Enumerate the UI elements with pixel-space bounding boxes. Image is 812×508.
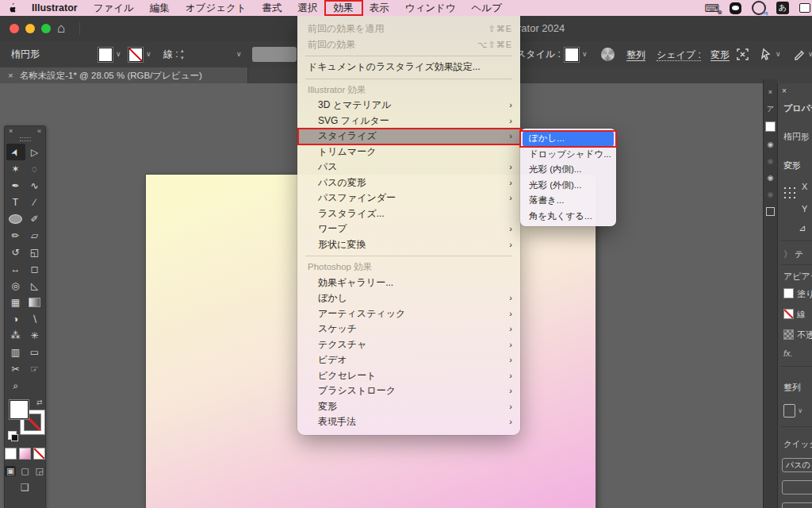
menu-item-3D とマテリアル[interactable]: 3D とマテリアル› — [297, 98, 520, 114]
symbols-tool[interactable]: ✳ — [25, 327, 44, 344]
default-fill-stroke-icon[interactable] — [8, 431, 17, 440]
menu-bar-item-書式[interactable]: 書式 — [255, 0, 290, 16]
menu-item-ビデオ[interactable]: ビデオ› — [297, 352, 520, 368]
type-tool[interactable]: T — [6, 194, 25, 210]
fill-row[interactable]: 塗り — [783, 288, 812, 300]
selection-tool[interactable]: ➤ — [6, 144, 25, 160]
magic-wand-tool[interactable]: ✶ — [6, 160, 25, 177]
eye-visible-icon[interactable]: ◉ — [768, 140, 774, 148]
menu-bar-item-表示[interactable]: 表示 — [362, 0, 397, 16]
eye-visible-icon[interactable]: ◉ — [768, 174, 774, 182]
direct-selection-tool[interactable]: ▷ — [25, 144, 44, 160]
menu-bar-item-選択[interactable]: 選択 — [290, 0, 326, 16]
menu-item-パスファインダー[interactable]: パスファインダー› — [297, 190, 520, 206]
none-button[interactable] — [33, 448, 45, 460]
fill-swatch[interactable] — [765, 121, 776, 132]
menu-item-表現手法[interactable]: 表現手法› — [297, 414, 520, 430]
line-segment-tool[interactable]: ∕ — [25, 194, 44, 210]
home-icon[interactable]: ⌂ — [57, 21, 65, 37]
menu-item-SVG フィルター[interactable]: SVG フィルター› — [297, 114, 520, 129]
status-keyboard-icon[interactable]: ⌨⊗ — [704, 2, 719, 14]
quick-action-button[interactable] — [782, 480, 812, 495]
menu-item-パスの変形[interactable]: パスの変形› — [297, 175, 520, 191]
panel-grip[interactable] — [20, 137, 31, 141]
fx-button[interactable]: fx. — [783, 348, 793, 358]
close-panel-icon[interactable]: × — [768, 88, 772, 96]
artboard-tool[interactable]: ▭ — [25, 344, 44, 360]
eyedropper-tool[interactable]: ∖ — [25, 310, 44, 327]
menu-item-ワープ[interactable]: ワープ› — [297, 221, 520, 237]
menu-item-テクスチャ[interactable]: テクスチャ› — [297, 337, 520, 353]
fill-color-swatch[interactable] — [98, 48, 113, 62]
menu-item-ピクセレート[interactable]: ピクセレート› — [297, 368, 520, 384]
menu-bar-item-ファイル[interactable]: ファイル — [86, 0, 142, 16]
menu-item-ブラシストローク[interactable]: ブラシストローク› — [297, 383, 520, 399]
symbol-sprayer-tool[interactable]: ⁂ — [6, 327, 25, 344]
submenu-item-角を丸くする...[interactable]: 角を丸くする... — [523, 209, 614, 225]
free-transform-tool[interactable]: ◻ — [25, 260, 44, 277]
opacity-row[interactable]: 不透明度 — [783, 329, 812, 341]
shape-link[interactable]: シェイプ : — [657, 49, 701, 61]
japanese-input-icon[interactable]: あ — [776, 2, 789, 14]
slice-tool[interactable]: ✂ — [6, 360, 25, 377]
menu-item-アーティスティック[interactable]: アーティスティック› — [297, 306, 520, 322]
document-tab[interactable]: ×名称未設定-1* @ 28.05 % (RGB/プレビュー) — [0, 67, 248, 83]
recolor-artwork-icon[interactable] — [601, 48, 615, 61]
minimize-window-button[interactable] — [25, 24, 35, 33]
blend-tool[interactable]: ◑ — [6, 310, 25, 327]
transform-link[interactable]: 変形 — [710, 49, 730, 61]
submenu-item-光彩 (内側)...[interactable]: 光彩 (内側)... — [523, 162, 614, 178]
apple-icon[interactable] — [0, 2, 24, 13]
shape-builder-tool[interactable]: ◎ — [6, 277, 25, 294]
stroke-row[interactable]: 線 — [783, 309, 806, 321]
select-similar-icon[interactable] — [760, 48, 773, 61]
paintbrush-tool[interactable]: ✐ — [25, 210, 44, 227]
chevron-down-icon[interactable]: ∨ — [776, 50, 781, 58]
swap-fill-stroke-icon[interactable]: ⇄ — [36, 398, 43, 406]
chevron-down-icon[interactable]: ∨ — [236, 50, 242, 58]
text-section-chevron[interactable]: 〉 テ — [783, 248, 803, 260]
menu-item-ぼかし[interactable]: ぼかし› — [297, 291, 520, 306]
stroke-options-field[interactable] — [252, 47, 297, 62]
menu-item-前回の効果を適用[interactable]: 前回の効果を適用⇧⌘E — [297, 21, 520, 37]
menu-bar-item-オブジェクト[interactable]: オブジェクト — [178, 0, 255, 16]
draw-normal-mode-icon[interactable]: ▣ — [5, 466, 16, 476]
close-panel-icon[interactable]: × — [782, 87, 787, 95]
scale-icon[interactable] — [736, 48, 749, 61]
menu-item-変形[interactable]: 変形› — [297, 399, 520, 415]
width-tool[interactable]: ↔ — [6, 260, 25, 277]
gradient-button[interactable] — [19, 448, 31, 460]
pencil-tool[interactable]: ✏ — [6, 227, 25, 244]
zoom-tool[interactable]: ⌕ — [6, 377, 25, 394]
menu-item-形状に変換[interactable]: 形状に変換› — [297, 237, 520, 253]
chevron-down-icon[interactable]: ∨ — [116, 50, 121, 58]
chevron-down-icon[interactable]: ∨ — [146, 50, 151, 58]
close-panel-icon[interactable]: × — [9, 126, 13, 137]
panel-tab-label[interactable]: ア — [767, 105, 774, 113]
collapse-panel-icon[interactable]: « — [37, 126, 41, 137]
rotate-tool[interactable]: ↺ — [6, 244, 25, 260]
submenu-item-ドロップシャドウ...[interactable]: ドロップシャドウ... — [523, 147, 614, 163]
close-window-button[interactable] — [10, 24, 19, 33]
menu-item-パス[interactable]: パス› — [297, 160, 520, 175]
line-app-icon[interactable] — [730, 2, 741, 14]
column-graph-tool[interactable]: ▥ — [6, 344, 25, 360]
menu-item-ドキュメントのラスタライズ効果設定...[interactable]: ドキュメントのラスタライズ効果設定... — [297, 60, 520, 75]
menu-bar-item-ウィンドウ[interactable]: ウィンドウ — [397, 0, 464, 16]
submenu-item-ぼかし...[interactable]: ぼかし... — [523, 131, 614, 147]
reference-point-grid[interactable] — [782, 185, 795, 198]
menu-item-スタイライズ[interactable]: スタイライズ› — [297, 129, 520, 144]
menu-item-前回の効果[interactable]: 前回の効果⌥⇧⌘E — [297, 37, 520, 53]
screen-mode-icon[interactable]: ❑ — [5, 482, 45, 493]
draw-inside-mode-icon[interactable]: ◲ — [34, 466, 45, 476]
draw-behind-mode-icon[interactable]: ▢ — [19, 466, 30, 476]
fill-swatch[interactable] — [10, 400, 29, 419]
submenu-item-落書き...[interactable]: 落書き... — [523, 193, 614, 209]
creative-cloud-icon[interactable] — [752, 1, 766, 15]
perspective-grid-tool[interactable]: ◺ — [25, 277, 44, 294]
menu-item-ラスタライズ...[interactable]: ラスタライズ... — [297, 206, 520, 222]
more-options-icon[interactable] — [793, 48, 806, 61]
quick-action-button[interactable] — [782, 502, 812, 508]
eraser-tool[interactable]: ▱ — [25, 227, 44, 244]
scale-tool[interactable]: ◱ — [25, 244, 44, 260]
